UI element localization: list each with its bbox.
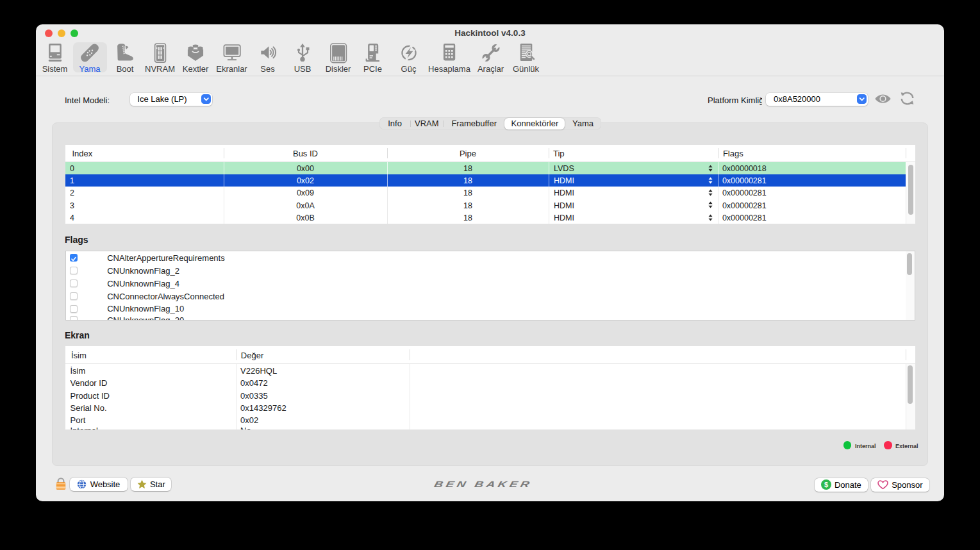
svg-text:$: $	[824, 481, 828, 488]
